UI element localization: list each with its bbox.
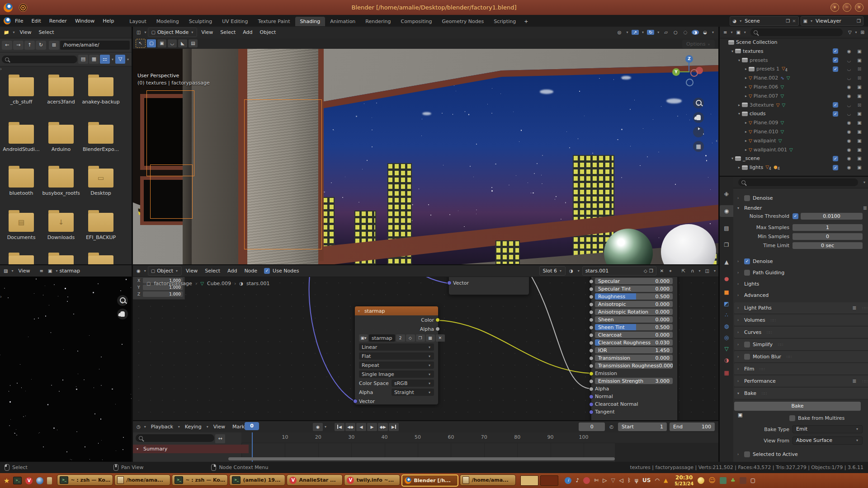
play-icon[interactable]: ▷ [603, 477, 607, 483]
input-socket[interactable] [589, 318, 594, 322]
bsdf-specular-tint[interactable]: Specular Tint0.000 [591, 285, 677, 292]
properties-search-input[interactable] [738, 178, 858, 186]
render-camera-icon[interactable]: ▣ [856, 120, 863, 125]
bsdf-sheen[interactable]: Sheen0.000 [591, 316, 677, 323]
subpanel-lights[interactable]: ›Lights [734, 279, 868, 289]
bluetooth-icon[interactable]: ᛒ [627, 477, 631, 483]
clock[interactable]: 20:30 5/23/24 [675, 475, 693, 486]
bsdf-anisotropic-rotation[interactable]: Anisotropic Rotation0.000 [591, 308, 677, 315]
path-guiding-checkbox[interactable] [744, 270, 750, 276]
denoise-checkbox[interactable] [744, 195, 750, 201]
copy-image-icon[interactable]: ❐ [416, 334, 425, 342]
breadcrumb-material[interactable]: stars.001 [246, 281, 270, 286]
parent-dir-button[interactable]: ↑ [24, 41, 35, 50]
gizmo-z-neg-axis[interactable] [686, 79, 693, 86]
scissors-icon[interactable]: ✄ [594, 477, 599, 483]
workspace-tab-sculpting[interactable]: Sculpting [184, 17, 217, 26]
slider-field[interactable]: Sheen Tint0.500 [595, 324, 673, 330]
new-scene-icon[interactable]: ❐ [786, 19, 790, 23]
current-frame-field[interactable]: 0 [579, 422, 605, 431]
bsdf-tangent[interactable]: Tangent [591, 408, 677, 415]
gizmo-toggle[interactable]: ↗ [632, 30, 639, 35]
expand-arrow[interactable]: ▸ [744, 76, 748, 80]
render-camera-icon[interactable]: ▣ [856, 165, 863, 170]
hide-eye-icon[interactable]: ◉ [845, 165, 853, 170]
workspace-tab-shading[interactable]: Shading [295, 17, 326, 26]
select-box-tool[interactable]: ▢ [147, 39, 156, 47]
speaker-muted-icon[interactable]: ◁ [619, 477, 623, 483]
folder-documents[interactable]: ▤Documents [1, 213, 41, 240]
menu-window[interactable]: Window [71, 18, 99, 24]
folder-efi-backup[interactable]: EFI_BACKUP [81, 213, 121, 240]
viewport-menu-add[interactable]: Add [240, 29, 255, 35]
timeline-scrollbar[interactable] [228, 457, 615, 460]
outliner-row-clouds[interactable]: ▾clouds◡▣ [720, 109, 868, 118]
bsdf-specular[interactable]: Specular0.000 [591, 277, 677, 285]
image-browse-icon[interactable]: ▣▾ [359, 334, 368, 342]
field-value[interactable]: 0 sec [793, 242, 863, 249]
collection-checkbox[interactable] [833, 102, 838, 108]
snap-toggle-icon[interactable]: ⇱ [680, 268, 687, 273]
outliner-row-lights[interactable]: ▸lights▽4●4◉▣ [720, 163, 868, 172]
render-camera-icon[interactable]: ▣ [856, 138, 863, 143]
auto-keying-button[interactable]: ◉ [313, 423, 323, 431]
breadcrumb-mesh[interactable]: Cube.009 [207, 281, 231, 286]
slider-field[interactable]: Transmission0.000 [595, 355, 673, 361]
bsdf-normal[interactable]: Normal [591, 393, 677, 400]
timeline-menu-playback[interactable]: Playback [148, 424, 176, 430]
node-header[interactable]: ▾starmap [355, 306, 438, 315]
shading-solid[interactable]: ◌ [682, 30, 689, 35]
outliner-row-textures[interactable]: ▾textures◉▣ [720, 47, 868, 56]
input-socket[interactable] [589, 295, 594, 299]
editor-type-icon[interactable]: ≡ [722, 30, 729, 35]
overlays-toggle[interactable]: ↻ [647, 30, 654, 35]
folder-downloads[interactable]: ↓Downloads [41, 213, 81, 240]
slider-field[interactable]: Roughness0.500 [595, 293, 673, 300]
input-socket[interactable] [589, 341, 594, 345]
launcher-browser-icon[interactable] [36, 477, 43, 484]
drag-grip-icon[interactable]: ∷∷ [787, 355, 792, 359]
play-button[interactable]: ▶ [367, 423, 377, 431]
viewport-3d[interactable]: ◫▾ ▢ Object Mode▾ View Select Add Object… [133, 27, 718, 264]
render-camera-off-icon[interactable]: ⊠ [856, 103, 863, 108]
drag-grip-icon[interactable]: ∷∷ [778, 343, 783, 347]
taskbar-window-analiestar-[interactable]: VAnalieStar ... [287, 474, 343, 486]
starmap-image-texture-node[interactable]: ▾starmap Color Alpha ▣▾ starmap 2 ◇ ❐ ▦ … [354, 306, 439, 405]
folder-arduino[interactable]: Arduino [41, 125, 81, 152]
shader-editor[interactable]: ◉▾ ▢ Object▾ View Select Add Node Use No… [133, 265, 718, 420]
mic-icon[interactable]: ▽ [611, 477, 615, 483]
color-output-socket[interactable] [435, 318, 440, 322]
expand-arrow[interactable]: ▸ [744, 130, 748, 134]
render-camera-icon[interactable]: ▣ [856, 84, 863, 89]
bsdf-alpha[interactable]: Alpha [591, 385, 677, 392]
menu-file[interactable]: File [11, 18, 27, 24]
expand-arrow[interactable]: ▾ [737, 112, 741, 116]
collection-checkbox[interactable] [833, 48, 838, 54]
taskbar-window--home-ama-[interactable]: /home/ama... [114, 474, 170, 486]
expand-arrow[interactable]: ▸ [744, 67, 748, 71]
collection-checkbox[interactable] [833, 111, 838, 117]
outliner-row-presets[interactable]: ▾presets◡▣ [720, 56, 868, 65]
expand-arrow[interactable]: ▸ [744, 121, 748, 125]
field-value[interactable]: 0 [793, 233, 863, 240]
expand-arrow[interactable]: ▸ [744, 148, 748, 152]
keyboard-layout[interactable]: US [642, 477, 651, 483]
workspace-tab-modeling[interactable]: Modeling [151, 17, 184, 26]
image-name[interactable]: starmap [59, 268, 80, 274]
input-socket[interactable] [589, 287, 594, 291]
timeline-menu-keying[interactable]: Keying [182, 424, 205, 430]
frame-start-field[interactable]: Start1 [618, 422, 667, 431]
folder-anakey-backup[interactable]: anakey-backup [81, 77, 121, 105]
slider-field[interactable]: Clearcoat0.000 [595, 332, 673, 338]
select-paint-tool[interactable]: ◣ [178, 39, 187, 47]
outliner-row-plane-002[interactable]: ▸▽Plane.002∿▽◡⊠ [720, 74, 868, 82]
copy-material-icon[interactable]: ❐ [649, 268, 653, 273]
menu-render[interactable]: Render [45, 18, 71, 24]
viewport-menu-select[interactable]: Select [217, 29, 239, 35]
slider-field[interactable]: Anisotropic Rotation0.000 [595, 309, 673, 315]
shader-menu-view[interactable]: View [183, 268, 201, 274]
emoji-app-icon[interactable]: ☺ [708, 476, 716, 484]
xray-toggle[interactable]: ▱ [662, 30, 670, 35]
expand-arrow[interactable]: ▸ [744, 139, 748, 143]
source-dropdown[interactable]: Single Image▾ [355, 370, 438, 379]
